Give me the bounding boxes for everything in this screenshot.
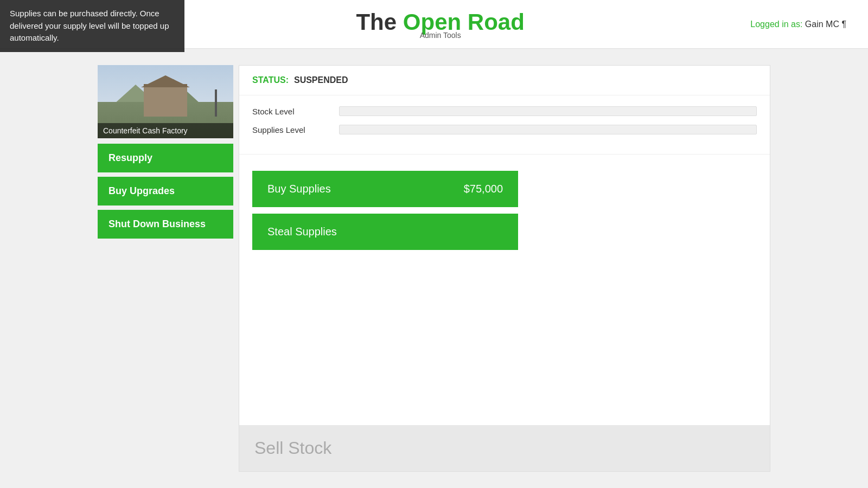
header-title-the: The bbox=[356, 9, 403, 35]
buy-supplies-price: $75,000 bbox=[464, 183, 503, 195]
login-label: Logged in as: bbox=[750, 20, 802, 29]
left-panel: Counterfeit Cash Factory Resupply Buy Up… bbox=[98, 65, 233, 472]
tooltip-text: Supplies can be purchased directly. Once… bbox=[10, 9, 169, 42]
business-name-text: Counterfeit Cash Factory bbox=[103, 126, 188, 135]
meters-section: Stock Level Supplies Level bbox=[239, 95, 770, 155]
sell-stock-section: Sell Stock bbox=[239, 425, 770, 471]
image-pole bbox=[215, 89, 217, 117]
image-building bbox=[144, 84, 187, 117]
header-subtitle: Admin Tools bbox=[420, 31, 461, 40]
login-info: Logged in as: Gain MC ¶ bbox=[750, 20, 846, 29]
buy-supplies-button[interactable]: Buy Supplies $75,000 bbox=[252, 171, 518, 207]
supplies-level-bar bbox=[339, 125, 757, 134]
supplies-level-row: Supplies Level bbox=[252, 125, 757, 134]
buy-upgrades-button[interactable]: Buy Upgrades bbox=[98, 177, 233, 206]
shut-down-button[interactable]: Shut Down Business bbox=[98, 210, 233, 239]
status-bar: STATUS: SUSPENDED bbox=[239, 66, 770, 95]
action-buttons: Resupply Buy Upgrades Shut Down Business bbox=[98, 144, 233, 239]
steal-supplies-button[interactable]: Steal Supplies bbox=[252, 214, 518, 250]
right-panel: STATUS: SUSPENDED Stock Level Supplies L… bbox=[239, 65, 770, 472]
resupply-button[interactable]: Resupply bbox=[98, 144, 233, 172]
stock-level-label: Stock Level bbox=[252, 107, 328, 116]
steal-supplies-label: Steal Supplies bbox=[267, 226, 337, 238]
business-image: Counterfeit Cash Factory bbox=[98, 65, 233, 138]
stock-level-row: Stock Level bbox=[252, 106, 757, 116]
main-content: Counterfeit Cash Factory Resupply Buy Up… bbox=[0, 49, 868, 488]
sell-stock-text: Sell Stock bbox=[254, 438, 331, 458]
header-title-block: The Open Road Admin Tools bbox=[356, 9, 524, 40]
business-name-bar: Counterfeit Cash Factory bbox=[98, 123, 233, 138]
tooltip-overlay: Supplies can be purchased directly. Once… bbox=[0, 0, 184, 52]
stock-level-bar bbox=[339, 106, 757, 116]
status-label: STATUS: bbox=[252, 75, 289, 85]
login-user: Gain MC ¶ bbox=[805, 20, 846, 29]
buy-supplies-label: Buy Supplies bbox=[267, 183, 331, 195]
supplies-level-label: Supplies Level bbox=[252, 125, 328, 134]
supply-options: Buy Supplies $75,000 Steal Supplies bbox=[239, 155, 770, 425]
status-value: SUSPENDED bbox=[294, 75, 348, 85]
